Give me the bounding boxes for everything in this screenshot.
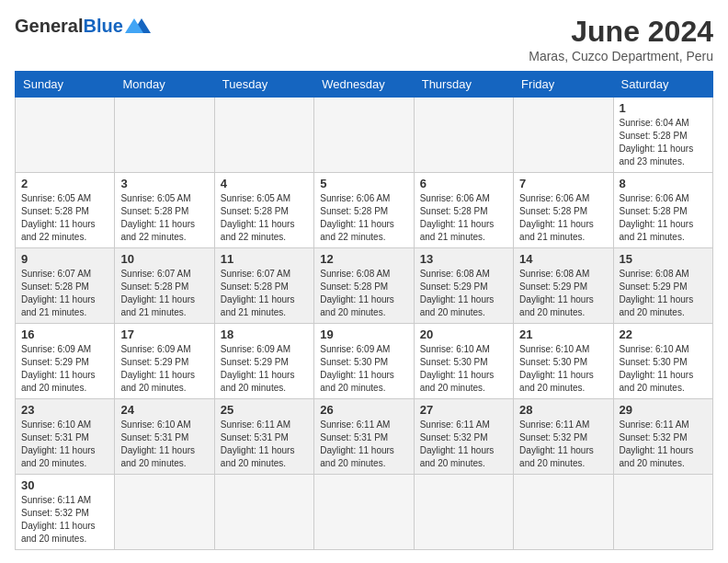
- calendar-week-row: 23Sunrise: 6:10 AM Sunset: 5:31 PM Dayli…: [16, 399, 713, 475]
- day-number: 12: [320, 252, 407, 266]
- calendar-day: 17Sunrise: 6:09 AM Sunset: 5:29 PM Dayli…: [115, 324, 214, 399]
- calendar-day: 25Sunrise: 6:11 AM Sunset: 5:31 PM Dayli…: [214, 399, 313, 475]
- day-number: 30: [21, 478, 108, 492]
- day-info: Sunrise: 6:04 AM Sunset: 5:28 PM Dayligh…: [620, 117, 707, 168]
- logo: General Blue: [15, 15, 154, 37]
- calendar-day: 26Sunrise: 6:11 AM Sunset: 5:31 PM Dayli…: [314, 399, 414, 475]
- weekday-header: Tuesday: [214, 72, 313, 98]
- calendar-day: 15Sunrise: 6:08 AM Sunset: 5:29 PM Dayli…: [613, 248, 712, 324]
- day-number: 18: [221, 327, 308, 341]
- day-info: Sunrise: 6:10 AM Sunset: 5:30 PM Dayligh…: [420, 343, 507, 395]
- day-number: 23: [21, 403, 108, 417]
- page-header: General Blue June 2024 Maras, Cuzco Depa…: [15, 15, 713, 63]
- day-number: 22: [620, 327, 707, 341]
- day-number: 16: [21, 327, 108, 341]
- calendar-day: [115, 475, 214, 550]
- weekday-header: Wednesday: [314, 72, 414, 98]
- day-info: Sunrise: 6:11 AM Sunset: 5:32 PM Dayligh…: [420, 419, 507, 470]
- day-info: Sunrise: 6:08 AM Sunset: 5:29 PM Dayligh…: [420, 268, 507, 319]
- calendar-day: 22Sunrise: 6:10 AM Sunset: 5:30 PM Dayli…: [613, 324, 712, 399]
- calendar-week-row: 2Sunrise: 6:05 AM Sunset: 5:28 PM Daylig…: [16, 173, 713, 248]
- logo-general: General: [15, 16, 83, 37]
- calendar-day: [214, 98, 313, 173]
- day-number: 27: [420, 403, 507, 417]
- weekday-header: Thursday: [414, 72, 513, 98]
- calendar-day: 10Sunrise: 6:07 AM Sunset: 5:28 PM Dayli…: [115, 248, 214, 324]
- calendar-week-row: 9Sunrise: 6:07 AM Sunset: 5:28 PM Daylig…: [16, 248, 713, 324]
- day-info: Sunrise: 6:11 AM Sunset: 5:31 PM Dayligh…: [320, 419, 407, 470]
- day-info: Sunrise: 6:08 AM Sunset: 5:28 PM Dayligh…: [320, 268, 407, 319]
- calendar-day: 6Sunrise: 6:06 AM Sunset: 5:28 PM Daylig…: [414, 173, 513, 248]
- day-number: 19: [320, 327, 407, 341]
- day-number: 17: [120, 327, 208, 341]
- calendar-day: 20Sunrise: 6:10 AM Sunset: 5:30 PM Dayli…: [414, 324, 513, 399]
- day-number: 10: [120, 252, 208, 266]
- calendar-day: 21Sunrise: 6:10 AM Sunset: 5:30 PM Dayli…: [514, 324, 613, 399]
- day-info: Sunrise: 6:11 AM Sunset: 5:31 PM Dayligh…: [221, 419, 308, 470]
- weekday-header: Saturday: [613, 72, 712, 98]
- calendar-day: [314, 475, 414, 550]
- calendar-day: 12Sunrise: 6:08 AM Sunset: 5:28 PM Dayli…: [314, 248, 414, 324]
- day-info: Sunrise: 6:10 AM Sunset: 5:31 PM Dayligh…: [120, 419, 208, 470]
- calendar-day: [414, 98, 513, 173]
- calendar-week-row: 30Sunrise: 6:11 AM Sunset: 5:32 PM Dayli…: [16, 475, 713, 550]
- day-info: Sunrise: 6:06 AM Sunset: 5:28 PM Dayligh…: [519, 192, 607, 244]
- day-info: Sunrise: 6:09 AM Sunset: 5:29 PM Dayligh…: [21, 343, 108, 395]
- day-number: 25: [221, 403, 308, 417]
- day-info: Sunrise: 6:05 AM Sunset: 5:28 PM Dayligh…: [21, 192, 108, 244]
- day-info: Sunrise: 6:11 AM Sunset: 5:32 PM Dayligh…: [519, 419, 607, 470]
- day-number: 6: [420, 177, 507, 190]
- calendar-day: 30Sunrise: 6:11 AM Sunset: 5:32 PM Dayli…: [16, 475, 115, 550]
- day-info: Sunrise: 6:09 AM Sunset: 5:29 PM Dayligh…: [120, 343, 208, 395]
- calendar-day: 16Sunrise: 6:09 AM Sunset: 5:29 PM Dayli…: [16, 324, 115, 399]
- weekday-header: Friday: [514, 72, 613, 98]
- day-info: Sunrise: 6:08 AM Sunset: 5:29 PM Dayligh…: [519, 268, 607, 319]
- calendar-table: SundayMondayTuesdayWednesdayThursdayFrid…: [15, 71, 713, 550]
- calendar-day: 29Sunrise: 6:11 AM Sunset: 5:32 PM Dayli…: [613, 399, 712, 475]
- day-info: Sunrise: 6:07 AM Sunset: 5:28 PM Dayligh…: [21, 268, 108, 319]
- calendar-day: 3Sunrise: 6:05 AM Sunset: 5:28 PM Daylig…: [115, 173, 214, 248]
- day-number: 7: [519, 177, 607, 190]
- day-number: 26: [320, 403, 407, 417]
- calendar-day: 23Sunrise: 6:10 AM Sunset: 5:31 PM Dayli…: [16, 399, 115, 475]
- calendar-day: [514, 98, 613, 173]
- calendar-day: 5Sunrise: 6:06 AM Sunset: 5:28 PM Daylig…: [314, 173, 414, 248]
- day-info: Sunrise: 6:10 AM Sunset: 5:30 PM Dayligh…: [620, 343, 707, 395]
- calendar-day: [414, 475, 513, 550]
- day-info: Sunrise: 6:06 AM Sunset: 5:28 PM Dayligh…: [420, 192, 507, 244]
- day-number: 1: [620, 101, 707, 115]
- calendar-day: 28Sunrise: 6:11 AM Sunset: 5:32 PM Dayli…: [514, 399, 613, 475]
- day-number: 3: [120, 177, 208, 190]
- weekday-header: Monday: [115, 72, 214, 98]
- calendar-day: 1Sunrise: 6:04 AM Sunset: 5:28 PM Daylig…: [613, 98, 712, 173]
- calendar-day: 8Sunrise: 6:06 AM Sunset: 5:28 PM Daylig…: [613, 173, 712, 248]
- day-number: 14: [519, 252, 607, 266]
- day-number: 28: [519, 403, 607, 417]
- calendar-day: 13Sunrise: 6:08 AM Sunset: 5:29 PM Dayli…: [414, 248, 513, 324]
- calendar-day: 19Sunrise: 6:09 AM Sunset: 5:30 PM Dayli…: [314, 324, 414, 399]
- calendar-day: 18Sunrise: 6:09 AM Sunset: 5:29 PM Dayli…: [214, 324, 313, 399]
- day-number: 15: [620, 252, 707, 266]
- day-info: Sunrise: 6:05 AM Sunset: 5:28 PM Dayligh…: [221, 192, 308, 244]
- calendar-day: 9Sunrise: 6:07 AM Sunset: 5:28 PM Daylig…: [16, 248, 115, 324]
- day-info: Sunrise: 6:07 AM Sunset: 5:28 PM Dayligh…: [221, 268, 308, 319]
- day-number: 9: [21, 252, 108, 266]
- weekday-header-row: SundayMondayTuesdayWednesdayThursdayFrid…: [16, 72, 713, 98]
- day-info: Sunrise: 6:10 AM Sunset: 5:30 PM Dayligh…: [519, 343, 607, 395]
- calendar-day: 24Sunrise: 6:10 AM Sunset: 5:31 PM Dayli…: [115, 399, 214, 475]
- month-title: June 2024: [529, 15, 713, 49]
- logo-blue: Blue: [83, 16, 122, 37]
- day-number: 24: [120, 403, 208, 417]
- calendar-day: [314, 98, 414, 173]
- weekday-header: Sunday: [16, 72, 115, 98]
- calendar-day: 7Sunrise: 6:06 AM Sunset: 5:28 PM Daylig…: [514, 173, 613, 248]
- calendar-day: 27Sunrise: 6:11 AM Sunset: 5:32 PM Dayli…: [414, 399, 513, 475]
- day-number: 5: [320, 177, 407, 190]
- calendar-day: [514, 475, 613, 550]
- day-info: Sunrise: 6:11 AM Sunset: 5:32 PM Dayligh…: [620, 419, 707, 470]
- day-number: 20: [420, 327, 507, 341]
- calendar-day: [16, 98, 115, 173]
- day-info: Sunrise: 6:06 AM Sunset: 5:28 PM Dayligh…: [620, 192, 707, 244]
- logo-icon: [125, 15, 154, 37]
- day-info: Sunrise: 6:08 AM Sunset: 5:29 PM Dayligh…: [620, 268, 707, 319]
